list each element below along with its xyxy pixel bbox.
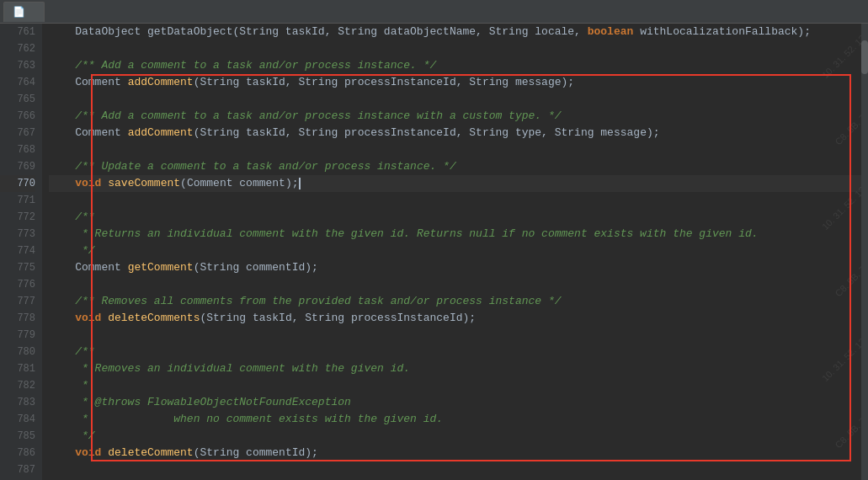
line-number: 779 — [0, 327, 35, 344]
line-gutter: 7617627637647657667677687697707717727737… — [0, 24, 42, 480]
code-token: deleteComment — [108, 445, 193, 461]
code-token — [49, 57, 75, 74]
line-number: 770 — [0, 175, 35, 192]
code-token — [49, 243, 82, 259]
line-number: 784 — [0, 411, 35, 428]
code-token — [49, 175, 75, 192]
code-line: /** Add a comment to a task and/or proce… — [49, 108, 861, 125]
line-number: 781 — [0, 360, 35, 377]
code-line: * @throws FlowableObjectNotFoundExceptio… — [49, 394, 861, 411]
code-token: withLocalizationFallback); — [633, 24, 811, 40]
code-token — [101, 175, 108, 192]
code-token — [101, 445, 108, 461]
code-token: (Comment comment); — [180, 175, 298, 192]
code-token: (String commentId); — [194, 259, 318, 276]
code-line: Comment getComment(String commentId); — [49, 259, 861, 276]
code-line: /** Removes all comments from the provid… — [49, 293, 861, 310]
code-token: boolean — [588, 24, 634, 40]
line-number: 786 — [0, 445, 35, 461]
line-number: 768 — [0, 141, 35, 158]
line-number: 780 — [0, 344, 35, 360]
code-line: * Removes an individual comment with the… — [49, 360, 861, 377]
code-token: (String taskId, String processInstanceId… — [194, 74, 574, 91]
code-token: void — [75, 175, 101, 192]
file-tab[interactable]: 📄 — [3, 2, 45, 22]
code-token: /** — [75, 344, 94, 360]
code-token: saveComment — [108, 175, 180, 192]
line-number: 777 — [0, 293, 35, 310]
code-token: /** — [75, 209, 94, 226]
code-token: * when no comment exists with the given … — [82, 411, 443, 428]
line-number: 761 — [0, 24, 35, 40]
code-token: addComment — [128, 74, 194, 91]
code-token — [49, 428, 82, 445]
code-line: Comment addComment(String taskId, String… — [49, 125, 861, 141]
code-token: FlowableObjectNotFoundException — [147, 394, 351, 411]
line-number: 787 — [0, 461, 35, 478]
file-icon: 📄 — [13, 6, 25, 19]
line-number: 773 — [0, 226, 35, 243]
code-line — [49, 91, 861, 108]
code-token — [49, 394, 82, 411]
code-token: void — [75, 445, 101, 461]
code-line: * Returns an individual comment with the… — [49, 226, 861, 243]
code-line: * when no comment exists with the given … — [49, 411, 861, 428]
code-token: getComment — [128, 259, 194, 276]
line-number: 767 — [0, 125, 35, 141]
code-token: (String commentId); — [194, 445, 318, 461]
code-token: * — [82, 377, 88, 394]
line-number: 772 — [0, 209, 35, 226]
tab-bar: 📄 — [0, 0, 868, 24]
code-token: /** Add a comment to a task and/or proce… — [75, 57, 436, 74]
code-line: void saveComment(Comment comment); — [49, 175, 861, 192]
code-token: /** Add a comment to a task and/or proce… — [75, 108, 561, 125]
code-token — [49, 226, 82, 243]
code-line: void deleteComment(String commentId); — [49, 445, 861, 461]
code-area[interactable]: 10. 31. 52. 120. C8. 5B. 7 10. 31. 52. 1… — [42, 24, 861, 480]
line-number: 774 — [0, 243, 35, 259]
code-line: /** — [49, 344, 861, 360]
code-token: (String taskId, String processInstanceId… — [194, 125, 660, 141]
code-line — [49, 461, 861, 478]
code-token: Comment — [49, 125, 128, 141]
code-token: * Removes an individual comment with the… — [82, 360, 410, 377]
scrollbar-thumb[interactable] — [861, 40, 868, 74]
code-token: Comment — [49, 74, 128, 91]
editor-container: 7617627637647657667677687697707717727737… — [0, 24, 868, 480]
code-token: addComment — [128, 125, 194, 141]
code-line: */ — [49, 428, 861, 445]
code-token — [49, 209, 75, 226]
line-number: 763 — [0, 57, 35, 74]
line-number: 762 — [0, 40, 35, 57]
code-line — [49, 276, 861, 293]
code-token — [49, 310, 75, 327]
code-line — [49, 192, 861, 209]
code-token: Comment — [49, 259, 128, 276]
code-token — [49, 344, 75, 360]
line-number: 782 — [0, 377, 35, 394]
code-token — [49, 158, 75, 175]
code-line: * — [49, 377, 861, 394]
code-token: /** Removes all comments from the provid… — [75, 293, 561, 310]
code-token: (String taskId, String processInstanceId… — [200, 310, 476, 327]
code-token: void — [75, 310, 101, 327]
line-number: 775 — [0, 259, 35, 276]
line-number: 765 — [0, 91, 35, 108]
line-number: 771 — [0, 192, 35, 209]
code-token — [49, 445, 75, 461]
line-number: 785 — [0, 428, 35, 445]
code-line: /** — [49, 209, 861, 226]
code-token: * Returns an individual comment with the… — [82, 226, 759, 243]
code-token — [49, 108, 75, 125]
code-token: deleteComments — [108, 310, 200, 327]
scrollbar[interactable] — [861, 24, 868, 480]
line-number: 778 — [0, 310, 35, 327]
code-token — [49, 360, 82, 377]
code-token: DataObject getDataObject(String taskId, … — [49, 24, 588, 40]
line-number: 783 — [0, 394, 35, 411]
text-cursor — [299, 178, 301, 189]
code-line: void deleteComments(String taskId, Strin… — [49, 310, 861, 327]
code-line: /** Update a comment to a task and/or pr… — [49, 158, 861, 175]
code-line: */ — [49, 243, 861, 259]
line-number: 766 — [0, 108, 35, 125]
